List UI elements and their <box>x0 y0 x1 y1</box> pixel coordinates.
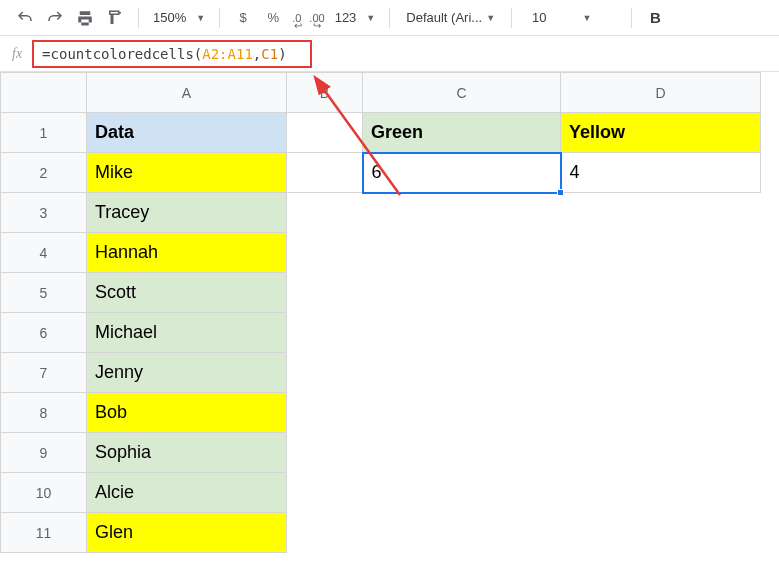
redo-icon[interactable] <box>42 5 68 31</box>
cell[interactable] <box>561 393 761 433</box>
cell[interactable]: Michael <box>87 313 287 353</box>
cell[interactable] <box>561 353 761 393</box>
cell[interactable]: Mike <box>87 153 287 193</box>
cell[interactable]: Jenny <box>87 353 287 393</box>
cell[interactable] <box>363 513 561 553</box>
divider <box>389 8 390 28</box>
divider <box>511 8 512 28</box>
zoom-select[interactable]: 150% ▼ <box>149 10 209 25</box>
font-family-select[interactable]: Default (Ari... ▼ <box>400 10 501 25</box>
cell[interactable]: Data <box>87 113 287 153</box>
cell[interactable] <box>363 393 561 433</box>
percent-button[interactable]: % <box>260 5 286 31</box>
cell[interactable] <box>561 513 761 553</box>
cell[interactable] <box>287 313 363 353</box>
increase-decimal-button[interactable]: .00↪ <box>307 5 326 31</box>
cell[interactable] <box>561 433 761 473</box>
cell[interactable] <box>363 313 561 353</box>
zoom-value: 150% <box>153 10 186 25</box>
font-size-select[interactable]: 10 ▼ <box>522 10 621 25</box>
row-header[interactable]: 4 <box>1 233 87 273</box>
row-header[interactable]: 11 <box>1 513 87 553</box>
selected-cell[interactable]: 6 <box>363 153 561 193</box>
cell[interactable] <box>287 393 363 433</box>
cell[interactable] <box>561 233 761 273</box>
bold-button[interactable]: B <box>642 5 668 31</box>
divider <box>138 8 139 28</box>
corner-cell[interactable] <box>1 73 87 113</box>
cell[interactable] <box>363 353 561 393</box>
cell[interactable] <box>287 473 363 513</box>
cell[interactable]: Tracey <box>87 193 287 233</box>
cell[interactable] <box>287 153 363 193</box>
col-header-c[interactable]: C <box>363 73 561 113</box>
chevron-down-icon: ▼ <box>366 13 375 23</box>
row-header[interactable]: 7 <box>1 353 87 393</box>
chevron-down-icon: ▼ <box>196 13 205 23</box>
cell[interactable] <box>287 273 363 313</box>
formula-input[interactable]: =countcoloredcells(A2:A11,C1) <box>32 40 312 68</box>
cell[interactable] <box>287 113 363 153</box>
toolbar: 150% ▼ $ % .0↩ .00↪ 123 ▼ Default (Ari..… <box>0 0 779 36</box>
cell[interactable]: Bob <box>87 393 287 433</box>
row-header[interactable]: 2 <box>1 153 87 193</box>
divider <box>219 8 220 28</box>
cell[interactable] <box>363 193 561 233</box>
cell[interactable]: Green <box>363 113 561 153</box>
cell[interactable] <box>363 233 561 273</box>
cell[interactable] <box>561 273 761 313</box>
cell[interactable]: Yellow <box>561 113 761 153</box>
cell[interactable] <box>363 433 561 473</box>
print-icon[interactable] <box>72 5 98 31</box>
number-format-select[interactable]: 123 ▼ <box>331 10 380 25</box>
row-header[interactable]: 8 <box>1 393 87 433</box>
divider <box>631 8 632 28</box>
decrease-decimal-button[interactable]: .0↩ <box>290 5 303 31</box>
cell[interactable] <box>363 273 561 313</box>
currency-button[interactable]: $ <box>230 5 256 31</box>
row-header[interactable]: 9 <box>1 433 87 473</box>
row-header[interactable]: 6 <box>1 313 87 353</box>
row-header[interactable]: 1 <box>1 113 87 153</box>
cell[interactable] <box>287 233 363 273</box>
cell[interactable] <box>363 473 561 513</box>
formula-bar: fx =countcoloredcells(A2:A11,C1) <box>0 36 779 72</box>
col-header-d[interactable]: D <box>561 73 761 113</box>
cell[interactable] <box>561 193 761 233</box>
cell[interactable]: Scott <box>87 273 287 313</box>
cell[interactable] <box>561 313 761 353</box>
row-header[interactable]: 3 <box>1 193 87 233</box>
cell[interactable]: 4 <box>561 153 761 193</box>
cell[interactable] <box>287 513 363 553</box>
cell[interactable]: Sophia <box>87 433 287 473</box>
cell[interactable] <box>287 433 363 473</box>
cell[interactable] <box>561 473 761 513</box>
paint-format-icon[interactable] <box>102 5 128 31</box>
chevron-down-icon: ▼ <box>583 13 592 23</box>
spreadsheet-grid[interactable]: A B C D 1 Data Green Yellow 2 Mike 6 4 3… <box>0 72 761 553</box>
cell[interactable] <box>287 193 363 233</box>
formula-text: =countcoloredcells(A2:A11,C1) <box>42 46 286 62</box>
selection-handle[interactable] <box>557 189 564 196</box>
row-header[interactable]: 10 <box>1 473 87 513</box>
chevron-down-icon: ▼ <box>486 13 495 23</box>
col-header-a[interactable]: A <box>87 73 287 113</box>
cell[interactable]: Hannah <box>87 233 287 273</box>
cell[interactable]: Glen <box>87 513 287 553</box>
fx-icon: fx <box>12 46 22 62</box>
undo-icon[interactable] <box>12 5 38 31</box>
cell[interactable] <box>287 353 363 393</box>
cell[interactable]: Alcie <box>87 473 287 513</box>
row-header[interactable]: 5 <box>1 273 87 313</box>
col-header-b[interactable]: B <box>287 73 363 113</box>
